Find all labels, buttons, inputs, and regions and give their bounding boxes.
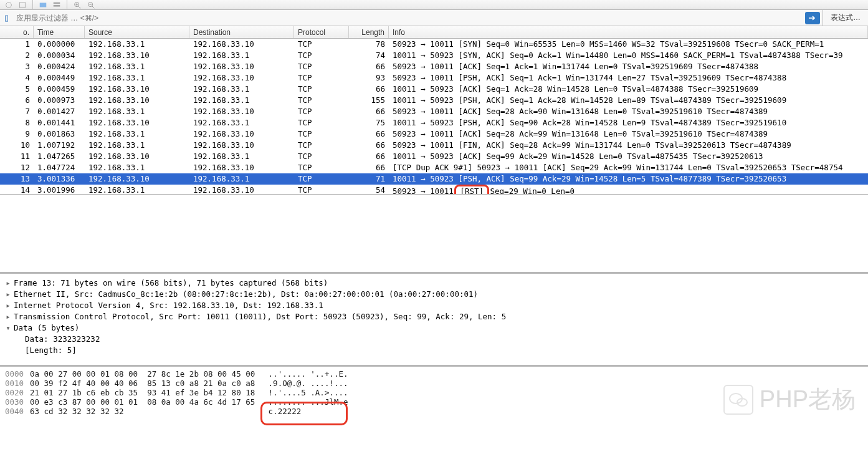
tree-twisty-icon[interactable]: ▸ bbox=[5, 289, 11, 300]
display-filter-input[interactable] bbox=[12, 11, 805, 26]
hex-bytes: 63 cd 32 32 32 32 32 bbox=[30, 407, 254, 416]
detail-tree-row[interactable]: ▾Data (5 bytes) bbox=[5, 322, 863, 334]
cell-protocol: TCP bbox=[294, 84, 349, 95]
detail-text: Internet Protocol Version 4, Src: 192.16… bbox=[14, 300, 323, 311]
detail-text: Frame 13: 71 bytes on wire (568 bits), 7… bbox=[14, 278, 328, 289]
col-header-time[interactable]: Time bbox=[34, 26, 85, 38]
packet-row[interactable]: 20.000034192.168.33.10192.168.33.1TCP741… bbox=[0, 50, 868, 61]
detail-tree-row[interactable]: ▸Internet Protocol Version 4, Src: 192.1… bbox=[5, 300, 863, 311]
toolbar-icon[interactable] bbox=[52, 0, 62, 10]
hex-row[interactable]: 001000 39 f2 4f 40 00 40 06 85 13 c0 a8 … bbox=[5, 379, 863, 388]
packet-row[interactable]: 30.000424192.168.33.1192.168.33.10TCP665… bbox=[0, 61, 868, 72]
row-gutter bbox=[0, 106, 6, 117]
packet-bytes-pane[interactable]: 00000a 00 27 00 00 01 08 00 27 8c 1e 2b … bbox=[0, 367, 868, 459]
detail-text: Transmission Control Protocol, Src Port:… bbox=[14, 311, 506, 322]
packet-details-pane[interactable]: ▸Frame 13: 71 bytes on wire (568 bits), … bbox=[0, 272, 868, 367]
detail-tree-row[interactable]: ▸Transmission Control Protocol, Src Port… bbox=[5, 311, 863, 322]
tree-twisty-icon[interactable]: ▸ bbox=[5, 311, 11, 322]
cell-info: 50923 → 10011 [FIN, ACK] Seq=28 Ack=99 W… bbox=[389, 140, 868, 151]
packet-row[interactable]: 143.001996192.168.33.1192.168.33.10TCP54… bbox=[0, 185, 868, 195]
bookmark-icon[interactable]: ▯ bbox=[0, 13, 12, 22]
cell-destination: 192.168.33.10 bbox=[189, 140, 294, 151]
hex-row[interactable]: 003000 e3 c3 87 00 00 01 01 08 0a 00 4a … bbox=[5, 397, 863, 407]
packet-row[interactable]: 133.001336192.168.33.10192.168.33.1TCP71… bbox=[0, 173, 868, 185]
cell-info: 50923 → 10011 [RST] Seq=29 Win=0 Len=0 bbox=[389, 185, 868, 195]
row-gutter bbox=[0, 61, 6, 72]
packet-row[interactable]: 101.007192192.168.33.1192.168.33.10TCP66… bbox=[0, 140, 868, 151]
packet-row[interactable]: 40.000449192.168.33.1192.168.33.10TCP935… bbox=[0, 72, 868, 84]
detail-tree-row[interactable]: ▸Ethernet II, Src: CadmusCo_8c:1e:2b (08… bbox=[5, 289, 863, 300]
detail-tree-row[interactable]: Data: 3232323232 bbox=[5, 334, 863, 345]
hex-offset: 0030 bbox=[5, 397, 30, 407]
toolbar-icon[interactable] bbox=[38, 0, 48, 10]
cell-protocol: TCP bbox=[294, 106, 349, 117]
cell-no: 2 bbox=[6, 50, 34, 61]
row-gutter bbox=[0, 50, 6, 61]
annotation-highlight-box bbox=[260, 402, 348, 425]
cell-no: 3 bbox=[6, 61, 34, 72]
packet-row[interactable]: 80.001441192.168.33.10192.168.33.1TCP751… bbox=[0, 117, 868, 128]
expression-button[interactable]: 表达式… bbox=[823, 10, 868, 26]
tree-twisty-icon[interactable]: ▸ bbox=[5, 300, 11, 311]
cell-info: 10011 → 50923 [SYN, ACK] Seq=0 Ack=1 Win… bbox=[389, 50, 868, 61]
cell-time: 1.047724 bbox=[34, 162, 85, 173]
packet-row[interactable]: 121.047724192.168.33.1192.168.33.10TCP66… bbox=[0, 162, 868, 173]
cell-time: 0.001427 bbox=[34, 106, 85, 117]
cell-source: 192.168.33.1 bbox=[85, 128, 189, 140]
zoom-in-icon[interactable] bbox=[72, 0, 82, 10]
cell-destination: 192.168.33.1 bbox=[189, 50, 294, 61]
svg-rect-1 bbox=[20, 2, 26, 7]
packet-row[interactable]: 10.000000192.168.33.1192.168.33.10TCP785… bbox=[0, 39, 868, 50]
cell-info: 50923 → 10011 [ACK] Seq=28 Ack=90 Win=13… bbox=[389, 106, 868, 117]
cell-time: 0.000424 bbox=[34, 61, 85, 72]
col-header-info[interactable]: Info bbox=[389, 26, 868, 38]
svg-rect-3 bbox=[54, 2, 60, 4]
cell-protocol: TCP bbox=[294, 173, 349, 185]
packet-row[interactable]: 111.047265192.168.33.10192.168.33.1TCP66… bbox=[0, 151, 868, 162]
cell-protocol: TCP bbox=[294, 72, 349, 84]
row-gutter bbox=[0, 140, 6, 151]
packet-row[interactable]: 90.001863192.168.33.1192.168.33.10TCP665… bbox=[0, 128, 868, 140]
display-filter-bar: ▯ 表达式… bbox=[0, 10, 868, 26]
cell-protocol: TCP bbox=[294, 185, 349, 195]
hex-row[interactable]: 00000a 00 27 00 00 01 08 00 27 8c 1e 2b … bbox=[5, 369, 863, 379]
packet-row[interactable]: 70.001427192.168.33.1192.168.33.10TCP665… bbox=[0, 106, 868, 117]
row-gutter bbox=[0, 173, 6, 185]
cell-no: 8 bbox=[6, 117, 34, 128]
toolbar-icon[interactable] bbox=[4, 0, 14, 10]
cell-info: 50923 → 10011 [PSH, ACK] Seq=1 Ack=1 Win… bbox=[389, 72, 868, 84]
packet-list-header: o. Time Source Destination Protocol Leng… bbox=[0, 26, 868, 39]
cell-length: 66 bbox=[349, 61, 389, 72]
packet-row[interactable]: 50.000459192.168.33.10192.168.33.1TCP661… bbox=[0, 84, 868, 95]
apply-filter-button[interactable] bbox=[805, 12, 820, 24]
zoom-out-icon[interactable] bbox=[86, 0, 96, 10]
cell-source: 192.168.33.1 bbox=[85, 185, 189, 195]
cell-no: 4 bbox=[6, 72, 34, 84]
toolbar-icon[interactable] bbox=[17, 0, 27, 10]
row-gutter bbox=[0, 39, 6, 50]
packet-row[interactable]: 60.000973192.168.33.10192.168.33.1TCP155… bbox=[0, 95, 868, 106]
hex-offset: 0000 bbox=[5, 369, 30, 379]
annotation-highlight-box: [RST] bbox=[454, 185, 489, 195]
cell-destination: 192.168.33.1 bbox=[189, 151, 294, 162]
cell-info: 10011 → 50923 [ACK] Seq=99 Ack=29 Win=14… bbox=[389, 151, 868, 162]
tree-twisty-icon bbox=[5, 334, 11, 345]
cell-length: 71 bbox=[349, 173, 389, 185]
col-header-destination[interactable]: Destination bbox=[189, 26, 294, 38]
cell-destination: 192.168.33.10 bbox=[189, 72, 294, 84]
hex-offset: 0010 bbox=[5, 379, 30, 388]
tree-twisty-icon[interactable]: ▾ bbox=[5, 322, 11, 334]
tree-twisty-icon[interactable]: ▸ bbox=[5, 278, 11, 289]
col-header-source[interactable]: Source bbox=[85, 26, 189, 38]
cell-no: 12 bbox=[6, 162, 34, 173]
cell-time: 0.000449 bbox=[34, 72, 85, 84]
detail-tree-row[interactable]: [Length: 5] bbox=[5, 345, 863, 356]
col-header-protocol[interactable]: Protocol bbox=[294, 26, 349, 38]
col-header-length[interactable]: Length bbox=[349, 26, 389, 38]
row-gutter bbox=[0, 162, 6, 173]
col-header-no[interactable]: o. bbox=[6, 26, 34, 38]
hex-row[interactable]: 002021 01 27 1b c6 eb cb 35 93 41 ef 3e … bbox=[5, 388, 863, 397]
detail-tree-row[interactable]: ▸Frame 13: 71 bytes on wire (568 bits), … bbox=[5, 278, 863, 289]
hex-offset: 0020 bbox=[5, 388, 30, 397]
hex-row[interactable]: 004063 cd 32 32 32 32 32 c.22222 bbox=[5, 407, 863, 416]
